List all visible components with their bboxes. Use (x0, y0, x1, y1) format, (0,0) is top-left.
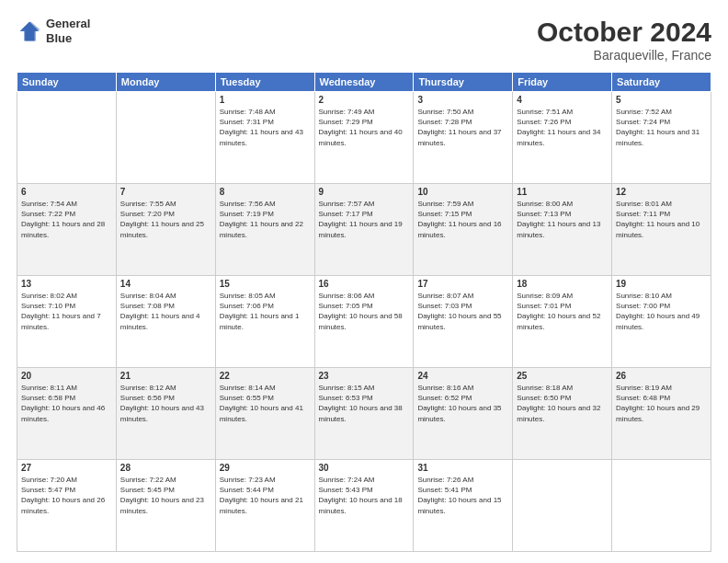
day-number: 10 (417, 187, 508, 197)
day-cell: 22Sunrise: 8:14 AMSunset: 6:55 PMDayligh… (215, 368, 314, 460)
day-info: Sunrise: 7:26 AMSunset: 5:41 PMDaylight:… (417, 475, 508, 516)
day-cell: 18Sunrise: 8:09 AMSunset: 7:01 PMDayligh… (513, 276, 612, 368)
day-info: Sunrise: 7:24 AMSunset: 5:43 PMDaylight:… (319, 475, 410, 516)
day-info: Sunrise: 8:15 AMSunset: 6:53 PMDaylight:… (319, 383, 410, 424)
day-info: Sunrise: 7:48 AMSunset: 7:31 PMDaylight:… (220, 107, 311, 148)
day-cell: 16Sunrise: 8:06 AMSunset: 7:05 PMDayligh… (314, 276, 414, 368)
day-info: Sunrise: 7:50 AMSunset: 7:28 PMDaylight:… (417, 107, 508, 148)
day-cell: 17Sunrise: 8:07 AMSunset: 7:03 PMDayligh… (414, 276, 513, 368)
day-info: Sunrise: 8:07 AMSunset: 7:03 PMDaylight:… (417, 291, 508, 332)
day-number: 22 (220, 371, 311, 381)
day-info: Sunrise: 7:55 AMSunset: 7:20 PMDaylight:… (120, 199, 211, 240)
day-info: Sunrise: 7:57 AMSunset: 7:17 PMDaylight:… (319, 199, 410, 240)
day-info: Sunrise: 8:09 AMSunset: 7:01 PMDaylight:… (517, 291, 608, 332)
week-row-0: 1Sunrise: 7:48 AMSunset: 7:31 PMDaylight… (17, 92, 711, 184)
day-number: 15 (220, 279, 311, 289)
day-number: 8 (220, 187, 311, 197)
day-cell: 11Sunrise: 8:00 AMSunset: 7:13 PMDayligh… (513, 184, 612, 276)
day-info: Sunrise: 7:51 AMSunset: 7:26 PMDaylight:… (517, 107, 608, 148)
week-row-4: 27Sunrise: 7:20 AMSunset: 5:47 PMDayligh… (17, 460, 711, 552)
day-info: Sunrise: 8:12 AMSunset: 6:56 PMDaylight:… (120, 383, 211, 424)
day-number: 12 (616, 187, 707, 197)
day-info: Sunrise: 8:00 AMSunset: 7:13 PMDaylight:… (517, 199, 608, 240)
day-cell: 30Sunrise: 7:24 AMSunset: 5:43 PMDayligh… (314, 460, 414, 552)
day-number: 19 (616, 279, 707, 289)
day-info: Sunrise: 7:56 AMSunset: 7:19 PMDaylight:… (220, 199, 311, 240)
day-cell: 2Sunrise: 7:49 AMSunset: 7:29 PMDaylight… (314, 92, 414, 184)
day-number: 26 (616, 371, 707, 381)
day-number: 9 (319, 187, 410, 197)
day-cell: 5Sunrise: 7:52 AMSunset: 7:24 PMDaylight… (612, 92, 711, 184)
day-number: 1 (220, 95, 311, 105)
day-info: Sunrise: 8:10 AMSunset: 7:00 PMDaylight:… (616, 291, 707, 332)
header-row: Sunday Monday Tuesday Wednesday Thursday… (17, 73, 711, 92)
day-number: 2 (319, 95, 410, 105)
day-info: Sunrise: 8:04 AMSunset: 7:08 PMDaylight:… (120, 291, 211, 332)
day-info: Sunrise: 7:23 AMSunset: 5:44 PMDaylight:… (220, 475, 311, 516)
day-number: 20 (21, 371, 112, 381)
week-row-2: 13Sunrise: 8:02 AMSunset: 7:10 PMDayligh… (17, 276, 711, 368)
day-number: 23 (319, 371, 410, 381)
day-info: Sunrise: 8:05 AMSunset: 7:06 PMDaylight:… (220, 291, 311, 332)
day-info: Sunrise: 8:18 AMSunset: 6:50 PMDaylight:… (517, 383, 608, 424)
day-info: Sunrise: 8:16 AMSunset: 6:52 PMDaylight:… (417, 383, 508, 424)
day-number: 5 (616, 95, 707, 105)
day-cell: 26Sunrise: 8:19 AMSunset: 6:48 PMDayligh… (612, 368, 711, 460)
day-cell (17, 92, 117, 184)
day-info: Sunrise: 7:49 AMSunset: 7:29 PMDaylight:… (319, 107, 410, 148)
day-cell: 12Sunrise: 8:01 AMSunset: 7:11 PMDayligh… (612, 184, 711, 276)
day-cell (612, 460, 711, 552)
logo-icon (17, 18, 42, 44)
day-number: 30 (319, 463, 410, 473)
location-title: Baraqueville, France (537, 48, 711, 63)
title-block: October 2024 Baraqueville, France (537, 17, 711, 63)
page: General Blue October 2024 Baraqueville, … (0, 0, 728, 563)
day-cell: 28Sunrise: 7:22 AMSunset: 5:45 PMDayligh… (116, 460, 215, 552)
day-number: 27 (21, 463, 112, 473)
day-number: 4 (517, 95, 608, 105)
logo-line2: Blue (46, 31, 72, 45)
day-info: Sunrise: 8:14 AMSunset: 6:55 PMDaylight:… (220, 383, 311, 424)
day-cell: 3Sunrise: 7:50 AMSunset: 7:28 PMDaylight… (414, 92, 513, 184)
day-cell: 10Sunrise: 7:59 AMSunset: 7:15 PMDayligh… (414, 184, 513, 276)
day-number: 3 (417, 95, 508, 105)
day-info: Sunrise: 7:22 AMSunset: 5:45 PMDaylight:… (120, 475, 211, 516)
day-number: 11 (517, 187, 608, 197)
day-info: Sunrise: 8:11 AMSunset: 6:58 PMDaylight:… (21, 383, 112, 424)
day-info: Sunrise: 7:54 AMSunset: 7:22 PMDaylight:… (21, 199, 112, 240)
day-cell: 4Sunrise: 7:51 AMSunset: 7:26 PMDaylight… (513, 92, 612, 184)
col-thursday: Thursday (414, 73, 513, 92)
month-title: October 2024 (537, 17, 711, 48)
day-number: 18 (517, 279, 608, 289)
day-number: 13 (21, 279, 112, 289)
calendar-table: Sunday Monday Tuesday Wednesday Thursday… (17, 72, 711, 552)
logo-line1: General (46, 17, 90, 30)
day-number: 7 (120, 187, 211, 197)
col-tuesday: Tuesday (215, 73, 314, 92)
day-cell: 8Sunrise: 7:56 AMSunset: 7:19 PMDaylight… (215, 184, 314, 276)
day-info: Sunrise: 8:06 AMSunset: 7:05 PMDaylight:… (319, 291, 410, 332)
day-number: 25 (517, 371, 608, 381)
day-cell: 1Sunrise: 7:48 AMSunset: 7:31 PMDaylight… (215, 92, 314, 184)
day-cell: 15Sunrise: 8:05 AMSunset: 7:06 PMDayligh… (215, 276, 314, 368)
header: General Blue October 2024 Baraqueville, … (17, 17, 711, 63)
col-monday: Monday (116, 73, 215, 92)
day-info: Sunrise: 8:01 AMSunset: 7:11 PMDaylight:… (616, 199, 707, 240)
day-number: 17 (417, 279, 508, 289)
day-info: Sunrise: 8:02 AMSunset: 7:10 PMDaylight:… (21, 291, 112, 332)
day-cell: 24Sunrise: 8:16 AMSunset: 6:52 PMDayligh… (414, 368, 513, 460)
day-info: Sunrise: 7:59 AMSunset: 7:15 PMDaylight:… (417, 199, 508, 240)
day-number: 24 (417, 371, 508, 381)
day-number: 21 (120, 371, 211, 381)
col-sunday: Sunday (17, 73, 117, 92)
day-cell: 9Sunrise: 7:57 AMSunset: 7:17 PMDaylight… (314, 184, 414, 276)
logo: General Blue (17, 17, 90, 45)
day-cell (513, 460, 612, 552)
day-number: 16 (319, 279, 410, 289)
day-info: Sunrise: 7:52 AMSunset: 7:24 PMDaylight:… (616, 107, 707, 148)
col-saturday: Saturday (612, 73, 711, 92)
day-cell: 20Sunrise: 8:11 AMSunset: 6:58 PMDayligh… (17, 368, 117, 460)
day-cell: 27Sunrise: 7:20 AMSunset: 5:47 PMDayligh… (17, 460, 117, 552)
day-cell: 14Sunrise: 8:04 AMSunset: 7:08 PMDayligh… (116, 276, 215, 368)
day-cell: 25Sunrise: 8:18 AMSunset: 6:50 PMDayligh… (513, 368, 612, 460)
